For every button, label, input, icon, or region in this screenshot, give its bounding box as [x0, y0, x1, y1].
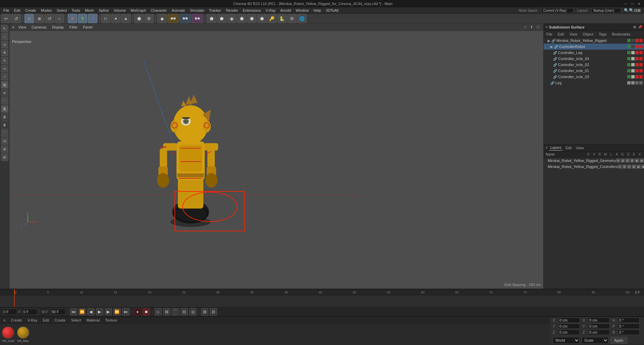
material-vr-cont[interactable]: VR_Cont	[2, 327, 14, 343]
menu-help[interactable]: Help	[311, 8, 323, 13]
dot-red1[interactable]	[635, 45, 639, 48]
dot-red2[interactable]	[639, 39, 643, 42]
menu-modes[interactable]: Modes	[39, 8, 54, 13]
dot-gray[interactable]	[631, 39, 635, 42]
sidebar-checker-tool[interactable]: ⊞	[1, 81, 8, 89]
coord-z2-input[interactable]	[588, 330, 610, 335]
menu-edit[interactable]: Edit	[12, 8, 22, 13]
dot-red2[interactable]	[639, 57, 643, 60]
dot-green[interactable]	[627, 69, 631, 72]
dot-red2[interactable]	[639, 75, 643, 78]
dot-green[interactable]	[627, 51, 631, 54]
tab-bookmarks[interactable]: Bookmarks	[610, 32, 632, 37]
viewport[interactable]: ≡ View Cameras Display Filter Panel ⤢ ⬆ …	[9, 23, 543, 289]
layers-tab-edit[interactable]: Edit	[564, 145, 573, 151]
menu-arnold[interactable]: Arnold	[278, 8, 293, 13]
apply-button[interactable]: Apply	[610, 337, 627, 344]
mat-select-menu[interactable]: Select	[69, 318, 83, 323]
tree-row-controller-ircle-02[interactable]: 🔗 Controller_ircle_02	[544, 62, 644, 68]
layer-icon-1[interactable]: ●	[616, 159, 620, 163]
mat-menu-icon[interactable]: ≡	[2, 318, 7, 323]
viewport-cameras-menu[interactable]: Cameras	[30, 25, 48, 30]
viewport-settings[interactable]: ⚙	[144, 14, 154, 23]
close-button[interactable]: ✕	[637, 1, 641, 6]
sidebar-s2-tool[interactable]: S	[1, 113, 8, 121]
icon-btn-3[interactable]: ◉	[227, 14, 236, 23]
menu-create[interactable]: Create	[23, 8, 38, 13]
menu-animate[interactable]: Animate	[169, 8, 187, 13]
node-space-dropdown[interactable]: Current (V-Ray)	[541, 8, 574, 13]
viewport-fullscreen-icon[interactable]: ⬡	[535, 24, 541, 30]
coord-z1-input[interactable]	[558, 330, 580, 335]
icon-btn-10[interactable]: 🌐	[297, 14, 307, 23]
layers-tab-view[interactable]: View	[575, 145, 585, 151]
workspace-btn-2[interactable]: ⬟⬟	[180, 14, 191, 23]
layer-icon-6[interactable]: ◆	[640, 159, 644, 163]
record-btn[interactable]: ●	[134, 308, 141, 315]
layout-dropdown[interactable]: Startup (User)	[591, 8, 621, 13]
layer-row-controllers[interactable]: Mirokai_Robot_Yellow_Rigged_Controllers …	[544, 164, 644, 170]
viewport-canvas[interactable]: X Y Z	[9, 31, 543, 289]
dot-red1[interactable]	[635, 63, 639, 66]
select-tool[interactable]: ⬡	[24, 14, 34, 23]
sidebar-curve-tool[interactable]: ⌒	[1, 129, 8, 137]
go-end-btn[interactable]: ⏭	[122, 308, 130, 315]
timeline-track[interactable]	[0, 295, 644, 307]
mat-texture-menu[interactable]: Texture	[104, 318, 118, 323]
tab-object[interactable]: Object	[581, 32, 595, 37]
tab-view[interactable]: View	[568, 32, 579, 37]
layer-icon-5[interactable]: ▶	[635, 159, 639, 163]
dot-red1[interactable]	[635, 39, 639, 42]
z-axis-btn[interactable]: Z	[88, 14, 97, 23]
menu-spline[interactable]: Spline	[97, 8, 111, 13]
dot-gray2[interactable]	[631, 81, 635, 84]
undo-button[interactable]: ↩	[1, 14, 11, 23]
menu-window[interactable]: Window	[294, 8, 311, 13]
sidebar-lasso-tool[interactable]: ◎	[1, 41, 8, 48]
sidebar-arrow-tool[interactable]: ↖	[1, 25, 8, 32]
coord-b-input[interactable]	[618, 330, 640, 335]
icon-btn-7[interactable]: 🔑	[267, 14, 277, 23]
icon-btn-9[interactable]: ⚙	[287, 14, 297, 23]
sidebar-rotate-tool[interactable]: ↻	[1, 57, 8, 64]
mat-material-menu[interactable]: Material	[85, 318, 101, 323]
go-start-btn[interactable]: ⏮	[70, 308, 77, 315]
sidebar-box-tool[interactable]: □	[1, 33, 8, 40]
menu-select[interactable]: Select	[55, 8, 69, 13]
dot-red2[interactable]	[639, 69, 643, 72]
menu-volume[interactable]: Volume	[112, 8, 128, 13]
dot-green[interactable]	[627, 39, 631, 42]
end-frame-field[interactable]	[50, 309, 65, 315]
menu-extensions[interactable]: Extensions	[241, 8, 263, 13]
sidebar-hatch2-tool[interactable]: ⊞	[1, 146, 8, 153]
layer-icon-c6[interactable]: ◆	[641, 165, 644, 169]
keyframe-btn[interactable]: ◇	[154, 308, 162, 315]
material-vr-miro[interactable]: VR_Miro	[17, 327, 29, 343]
mat-vray-menu[interactable]: V-Ray	[26, 318, 39, 323]
dot-gray1[interactable]	[627, 81, 631, 84]
workspace-btn-1[interactable]: ⬟⬟	[167, 14, 179, 23]
dot-red2[interactable]	[639, 45, 643, 48]
edit-render-settings[interactable]: ⬟	[134, 14, 144, 23]
layer-icon-4[interactable]: ⊠	[630, 159, 634, 163]
menu-file[interactable]: File	[1, 8, 11, 13]
scale-tool[interactable]: ○	[55, 14, 64, 23]
viewport-filter-menu[interactable]: Filter	[68, 25, 79, 30]
dot-gray[interactable]	[631, 45, 635, 48]
dot-green[interactable]	[627, 75, 631, 78]
anim-layer-btn[interactable]: ◎	[189, 308, 197, 315]
layer-icon-3[interactable]: ⊟	[626, 159, 630, 163]
dot-red1[interactable]	[635, 51, 639, 54]
rotate-tool[interactable]: ↺	[45, 14, 54, 23]
minimize-button[interactable]: ─	[623, 1, 628, 6]
coord-p-input[interactable]	[618, 324, 640, 329]
panel-close-btn[interactable]: ⊠	[633, 25, 636, 29]
viewport-display-menu[interactable]: Display	[51, 25, 65, 30]
viewport-expand-icon[interactable]: ⤢	[523, 24, 528, 30]
sidebar-move-tool[interactable]: ✛	[1, 49, 8, 56]
viewport-view-menu[interactable]: View	[17, 25, 28, 30]
panel-pin-btn[interactable]: 📌	[638, 25, 642, 29]
render-btn[interactable]: ▷	[101, 14, 110, 23]
viewport-panel-menu[interactable]: Panel	[82, 25, 94, 30]
viewport-menu-icon[interactable]: ≡	[12, 25, 14, 29]
